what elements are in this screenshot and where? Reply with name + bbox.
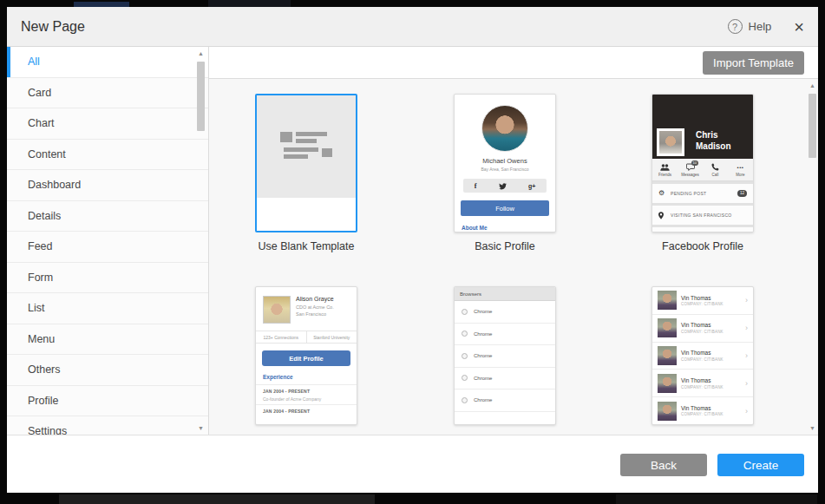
call-icon: [711, 163, 719, 172]
template-grid: Use Blank Template Michael Owens Bay Are…: [209, 79, 818, 435]
more-action: ••• More: [728, 159, 753, 180]
scroll-up-icon[interactable]: ▲: [809, 82, 815, 89]
avatar: [263, 296, 291, 324]
profile-location: San Francisco: [296, 311, 334, 317]
sidebar-item-others[interactable]: Others: [7, 355, 208, 386]
action-label: Friends: [658, 173, 671, 177]
chevron-right-icon: ›: [745, 407, 748, 416]
radio-row: Chrome: [455, 324, 555, 346]
scrollbar-thumb[interactable]: [809, 94, 816, 158]
radio-row: Chrome: [455, 345, 555, 368]
sidebar-item-settings[interactable]: Settings: [7, 416, 208, 435]
scroll-down-icon[interactable]: ▼: [809, 424, 815, 432]
facebook-profile-card[interactable]: Chris Madison Friends: [651, 94, 754, 232]
list-item: Vin Thomas COMPANY: CITIBANK ›: [652, 315, 753, 343]
scrollbar-thumb[interactable]: [197, 62, 205, 131]
list-item: Vin Thomas COMPANY: CITIBANK ›: [652, 370, 753, 397]
experience-role: Co-founder of Acme Company: [263, 396, 350, 402]
sidebar-item-feed[interactable]: Feed: [7, 232, 208, 263]
sidebar-item-card[interactable]: Card: [7, 78, 208, 109]
action-label: More: [736, 173, 744, 177]
item-name: Vin Thomas: [681, 350, 741, 356]
profile-name: Michael Owens: [455, 157, 555, 165]
scroll-up-icon[interactable]: ▲: [198, 49, 204, 57]
sidebar-item-form[interactable]: Form: [7, 263, 208, 294]
item-company: COMPANY: CITIBANK: [681, 412, 741, 416]
template-facebook-profile[interactable]: Chris Madison Friends: [651, 94, 754, 252]
radio-label: Chrome: [474, 309, 492, 314]
sidebar-item-label: Form: [28, 272, 53, 284]
sidebar-item-all[interactable]: All: [7, 47, 208, 78]
template-label: Thumbnail List: [651, 433, 754, 435]
sidebar-item-list[interactable]: List: [7, 293, 208, 324]
item-name: Vin Thomas: [681, 405, 741, 411]
sidebar-item-chart[interactable]: Chart: [7, 108, 208, 140]
scroll-down-icon[interactable]: ▼: [198, 424, 204, 432]
experience-dates: JAN 2004 - PRESENT: [263, 389, 350, 394]
messages-badge: 10: [691, 160, 698, 166]
blank-template-card[interactable]: [255, 94, 357, 232]
sidebar-item-label: Details: [28, 210, 61, 222]
sidebar-item-label: All: [28, 56, 40, 68]
template-label: LinkedIn Profile: [255, 433, 357, 435]
template-blank[interactable]: Use Blank Template: [255, 94, 357, 252]
template-panel: Import Template: [209, 47, 818, 435]
list-item: Vin Thomas COMPANY: CITIBANK ›: [652, 287, 753, 315]
template-linkedin-profile[interactable]: Alison Grayce CDO at Acme Co. San Franci…: [255, 286, 357, 435]
sidebar-item-details[interactable]: Details: [7, 201, 208, 232]
sidebar-item-label: Settings: [28, 425, 67, 435]
radio-label: Chrome: [474, 376, 492, 381]
radio-icon: [462, 397, 468, 403]
list-item-text: Vin Thomas COMPANY: CITIBANK: [681, 295, 741, 307]
sidebar-item-label: Card: [28, 87, 51, 99]
about-me-link: About Me: [462, 225, 555, 231]
pending-post-row: ⚙ PENDING POST 12: [652, 184, 753, 203]
profile-name: Chris Madison: [696, 129, 731, 152]
sidebar-item-label: Dashboard: [28, 179, 81, 191]
create-button[interactable]: Create: [717, 454, 804, 476]
list-item-text: Vin Thomas COMPANY: CITIBANK: [681, 405, 741, 417]
template-label: Basic Profile: [454, 240, 556, 252]
google-plus-icon: g+: [528, 183, 535, 189]
new-page-dialog: New Page ? Help × All Card Chart Content…: [7, 7, 818, 493]
avatar: [657, 128, 684, 156]
radio-label: Chrome: [474, 353, 492, 358]
template-thumbnail-list[interactable]: Vin Thomas COMPANY: CITIBANK › Vin Thoma…: [651, 286, 754, 435]
edit-profile-button: Edit Profile: [262, 350, 350, 366]
template-radio-list[interactable]: Browsers Chrome Chrome Chr: [454, 286, 556, 435]
close-icon[interactable]: ×: [794, 18, 804, 36]
chevron-right-icon: ›: [745, 324, 748, 332]
template-label: Radio button List: [454, 433, 556, 435]
sidebar-item-dashboard[interactable]: Dashboard: [7, 170, 208, 201]
sidebar-item-label: List: [28, 302, 44, 314]
help-icon[interactable]: ?: [728, 19, 743, 34]
sidebar-item-label: Menu: [28, 333, 55, 345]
radio-row: Chrome: [455, 389, 555, 412]
profile-header: Chris Madison: [652, 95, 753, 159]
thumbnail-list-card[interactable]: Vin Thomas COMPANY: CITIBANK › Vin Thoma…: [651, 286, 754, 425]
sidebar-scrollbar[interactable]: ▲ ▼: [196, 49, 206, 432]
sidebar-item-content[interactable]: Content: [7, 140, 208, 171]
dialog-footer: Back Create: [7, 435, 818, 493]
location-pin-icon: [658, 212, 666, 219]
import-template-button[interactable]: Import Template: [703, 51, 804, 75]
linkedin-profile-card[interactable]: Alison Grayce CDO at Acme Co. San Franci…: [255, 286, 357, 425]
item-name: Vin Thomas: [681, 377, 741, 383]
avatar: [658, 291, 677, 310]
back-button[interactable]: Back: [620, 454, 707, 476]
row-label: PENDING POST: [671, 191, 706, 196]
item-company: COMPANY: CITIBANK: [681, 330, 741, 334]
sidebar-item-profile[interactable]: Profile: [7, 386, 208, 417]
dialog-title: New Page: [21, 19, 85, 35]
header-actions: ? Help ×: [728, 18, 804, 36]
profile-rows: ⚙ PENDING POST 12 VISITING SAN FRANCISCO: [652, 181, 753, 232]
avatar: [481, 105, 528, 152]
basic-profile-card[interactable]: Michael Owens Bay Area, San Francisco f …: [454, 94, 556, 232]
content-scrollbar[interactable]: ▲ ▼: [808, 82, 817, 432]
sidebar-item-menu[interactable]: Menu: [7, 324, 208, 356]
template-basic-profile[interactable]: Michael Owens Bay Area, San Francisco f …: [454, 94, 556, 252]
template-toolbar: Import Template: [209, 47, 818, 79]
list-item: Vin Thomas COMPANY: CITIBANK ›: [652, 343, 753, 370]
radio-list-card[interactable]: Browsers Chrome Chrome Chr: [454, 286, 556, 425]
help-button[interactable]: Help: [749, 20, 772, 33]
